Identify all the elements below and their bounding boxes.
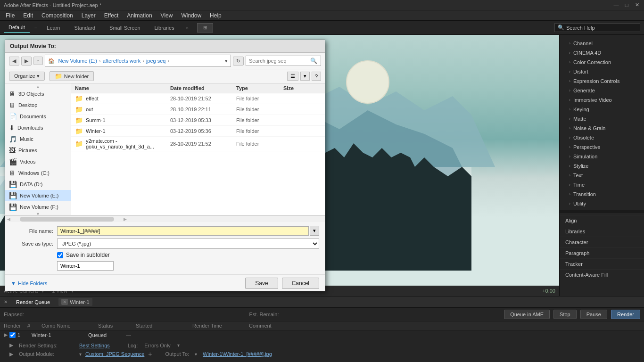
menu-file[interactable]: File xyxy=(2,11,18,20)
rq-expand-btn[interactable]: ▶ xyxy=(4,332,8,338)
effect-perspective[interactable]: › Perspective xyxy=(560,142,644,152)
best-settings-link[interactable]: Best Settings xyxy=(79,343,110,348)
output-to-dropdown-btn[interactable]: ▾ xyxy=(195,352,197,357)
file-row[interactable]: 📁 Summ-1 03-12-2019 05:33 File folder xyxy=(71,115,325,126)
pause-button[interactable]: Pause xyxy=(580,310,607,319)
effect-channel[interactable]: › Channel xyxy=(560,39,644,48)
nav-downloads[interactable]: ⬇ Downloads xyxy=(5,122,71,133)
nav-windows-c[interactable]: 🖥 Windows (C:) xyxy=(5,167,71,179)
effect-stylize[interactable]: › Stylize xyxy=(560,161,644,171)
tab-learn[interactable]: Learn xyxy=(42,23,65,33)
col-date-header[interactable]: Date modified xyxy=(170,85,236,91)
render-button[interactable]: Render xyxy=(611,310,640,319)
breadcrumb[interactable]: 🏠 New Volume (E:) › aftereffects work › … xyxy=(45,55,231,67)
maximize-button[interactable]: □ xyxy=(623,2,630,8)
breadcrumb-part-0[interactable]: New Volume (E:) xyxy=(58,58,98,64)
tab-default[interactable]: Default xyxy=(4,23,30,33)
col-name-header[interactable]: Name xyxy=(75,85,170,91)
nav-scroll-down[interactable]: ▼ xyxy=(5,213,71,215)
queue-in-ame-button[interactable]: Queue in AME xyxy=(504,310,550,319)
effect-simulation[interactable]: › Simulation xyxy=(560,152,644,161)
menu-composition[interactable]: Composition xyxy=(38,11,77,20)
col-size-header[interactable]: Size xyxy=(283,85,321,91)
menu-window[interactable]: Window xyxy=(177,11,205,20)
search-icon[interactable]: 🔍 xyxy=(310,58,317,64)
hide-folders-button[interactable]: ▼ Hide Folders xyxy=(11,280,47,286)
hscroll-right-btn[interactable]: ▶ xyxy=(124,217,127,222)
subfolder-checkbox[interactable] xyxy=(57,252,63,258)
forward-button[interactable]: ▶ xyxy=(21,57,32,66)
up-button[interactable]: ↑ xyxy=(33,57,43,65)
panel-paragraph[interactable]: Paragraph xyxy=(560,247,644,258)
effect-color-correction[interactable]: › Color Correction xyxy=(560,58,644,67)
breadcrumb-part-2[interactable]: jpeg seq xyxy=(146,58,166,64)
tab-libraries[interactable]: Libraries xyxy=(150,23,179,33)
stop-button[interactable]: Stop xyxy=(553,310,577,319)
rs-expand-btn[interactable]: ▶ xyxy=(9,342,13,348)
nav-desktop[interactable]: 🖥 Desktop xyxy=(5,99,71,111)
save-button[interactable]: Save xyxy=(245,278,278,289)
file-row[interactable]: 📁 y2mate.com - goku_vs_naruto_fight_3d_a… xyxy=(71,137,325,151)
effect-noise-grain[interactable]: › Noise & Grain xyxy=(560,123,644,133)
cancel-button[interactable]: Cancel xyxy=(282,278,319,289)
effect-immersive-video[interactable]: › Immersive Video xyxy=(560,95,644,105)
search-help-input[interactable] xyxy=(566,25,637,31)
tab-small-screen[interactable]: Small Screen xyxy=(105,23,145,33)
effect-matte[interactable]: › Matte xyxy=(560,114,644,123)
nav-videos[interactable]: 🎬 Videos xyxy=(5,156,71,167)
effect-keying[interactable]: › Keying xyxy=(560,105,644,114)
add-output-module-btn[interactable]: + xyxy=(148,350,152,358)
savetype-dropdown[interactable]: JPEG (*.jpg) xyxy=(57,239,319,249)
workspace-icon[interactable]: ⊞ xyxy=(197,23,213,33)
panel-libraries[interactable]: Libraries xyxy=(560,226,644,237)
menu-animation[interactable]: Animation xyxy=(123,11,156,20)
effect-generate[interactable]: › Generate xyxy=(560,86,644,95)
menu-edit[interactable]: Edit xyxy=(19,11,37,20)
nav-music[interactable]: 🎵 Music xyxy=(5,133,71,145)
breadcrumb-part-1[interactable]: aftereffects work xyxy=(103,58,141,64)
filename-input[interactable] xyxy=(57,226,309,236)
nav-new-volume-f[interactable]: 💾 New Volume (F:) xyxy=(5,201,71,213)
effect-text[interactable]: › Text xyxy=(560,171,644,180)
nav-3d-objects[interactable]: 🖥 3D Objects xyxy=(5,88,71,99)
effect-obsolete[interactable]: › Obsolete xyxy=(560,133,644,142)
panel-tracker[interactable]: Tracker xyxy=(560,258,644,269)
breadcrumb-dropdown-btn[interactable]: ▾ xyxy=(225,58,228,64)
om-expand-btn[interactable]: ▶ xyxy=(9,351,13,357)
nav-new-volume-e[interactable]: 💾 New Volume (E:) xyxy=(5,190,71,201)
menu-effect[interactable]: Effect xyxy=(100,11,122,20)
nav-pictures[interactable]: 🖼 Pictures xyxy=(5,145,71,156)
filename-dropdown-btn[interactable]: ▾ xyxy=(310,226,319,236)
nav-documents[interactable]: 📄 Documents xyxy=(5,111,71,122)
rq-tab-winter[interactable]: ✕ Winter-1 xyxy=(58,298,92,306)
menu-view[interactable]: View xyxy=(157,11,177,20)
list-view-button[interactable]: ☰ xyxy=(287,72,298,81)
rq-row-checkbox[interactable] xyxy=(9,332,16,338)
effect-transition[interactable]: › Transition xyxy=(560,189,644,199)
file-row[interactable]: 📁 effect 28-10-2019 21:52 File folder xyxy=(71,93,325,104)
rq-tab-render-queue[interactable]: Render Queue xyxy=(13,299,53,305)
rq-close-btn[interactable]: ✕ xyxy=(4,299,8,304)
nav-data-d[interactable]: 💾 DATA (D:) xyxy=(5,179,71,190)
menu-help[interactable]: Help xyxy=(206,11,225,20)
custom-jpeg-link[interactable]: Custom: JPEG Sequence xyxy=(85,351,144,357)
hscroll-bar[interactable] xyxy=(20,217,114,222)
log-dropdown-btn[interactable]: ▾ xyxy=(177,343,180,348)
hscroll-left-btn[interactable]: ◀ xyxy=(7,217,10,222)
organize-button[interactable]: Organize ▾ xyxy=(9,72,45,81)
subfolder-name-input[interactable] xyxy=(57,261,114,271)
effect-expression-controls[interactable]: › Expression Controls xyxy=(560,76,644,86)
close-button[interactable]: ✕ xyxy=(634,2,640,8)
file-row[interactable]: 📁 out 28-10-2019 22:11 File folder xyxy=(71,104,325,115)
tab-standard[interactable]: Standard xyxy=(69,23,100,33)
effect-distort[interactable]: › Distort xyxy=(560,67,644,76)
tab-close-icon[interactable]: ✕ xyxy=(61,299,68,305)
refresh-button[interactable]: ↻ xyxy=(233,57,244,66)
col-type-header[interactable]: Type xyxy=(236,85,283,91)
effect-utility[interactable]: › Utility xyxy=(560,199,644,208)
panel-align[interactable]: Align xyxy=(560,215,644,226)
search-input[interactable] xyxy=(249,58,310,64)
hscroll-area[interactable]: ◀ ▶ xyxy=(5,215,325,222)
om-dropdown-btn[interactable]: ▾ xyxy=(79,352,82,357)
view-options-button[interactable]: ▾ xyxy=(300,72,310,81)
